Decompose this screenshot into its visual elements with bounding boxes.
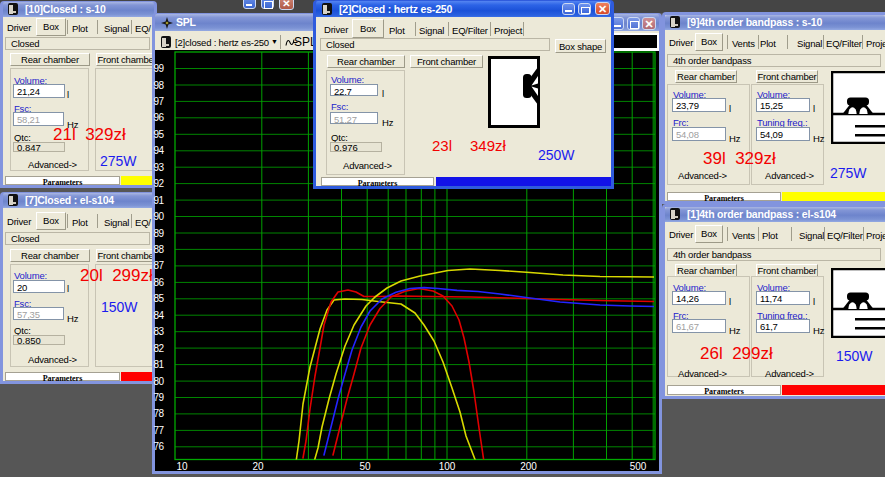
svg-text:89: 89	[153, 228, 164, 239]
svg-text:86: 86	[153, 277, 164, 288]
svg-text:500: 500	[630, 461, 647, 471]
svg-text:95: 95	[153, 129, 164, 140]
svg-text:97: 97	[153, 96, 164, 107]
svg-text:90: 90	[153, 211, 164, 222]
svg-text:77: 77	[153, 425, 164, 436]
svg-text:85: 85	[153, 293, 164, 304]
svg-text:87: 87	[153, 260, 164, 271]
svg-text:81: 81	[153, 359, 164, 370]
svg-text:10: 10	[176, 461, 188, 471]
svg-text:88: 88	[153, 244, 164, 255]
svg-text:96: 96	[153, 112, 164, 123]
svg-text:79: 79	[153, 392, 164, 403]
svg-text:92: 92	[153, 178, 164, 189]
svg-text:200: 200	[520, 461, 537, 471]
svg-text:83: 83	[153, 326, 164, 337]
svg-text:82: 82	[153, 343, 164, 354]
svg-text:76: 76	[153, 441, 164, 452]
svg-text:94: 94	[153, 145, 164, 156]
svg-text:100: 100	[439, 461, 456, 471]
svg-text:20: 20	[252, 461, 264, 471]
svg-text:91: 91	[153, 195, 164, 206]
svg-text:98: 98	[153, 80, 164, 91]
svg-text:50: 50	[359, 461, 371, 471]
svg-text:78: 78	[153, 408, 164, 419]
svg-text:93: 93	[153, 162, 164, 173]
svg-text:99: 99	[153, 63, 164, 74]
svg-text:84: 84	[153, 310, 164, 321]
svg-text:80: 80	[153, 376, 164, 387]
